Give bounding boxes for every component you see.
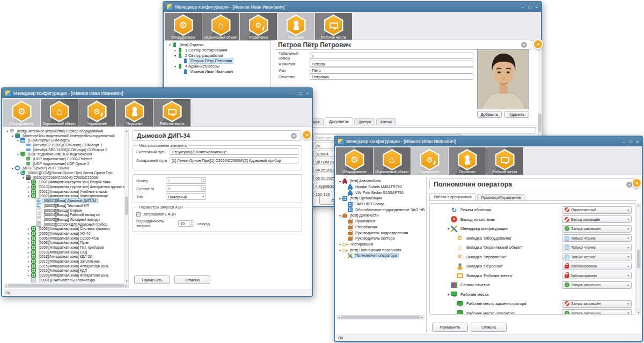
- expander-icon[interactable]: [338, 214, 342, 218]
- ribbon-tab[interactable]: Оборудование: [165, 13, 202, 40]
- expander-icon[interactable]: [446, 293, 451, 296]
- tree-item[interactable]: [0020][Аппаратная зона] Аппаратная зона: [4, 273, 125, 278]
- permission-row[interactable]: Вкладка 'Управление' Только чтение ▾: [430, 252, 635, 262]
- maximize-button[interactable]: □: [299, 91, 302, 96]
- expander-icon[interactable]: [173, 54, 178, 57]
- ribbon-tab[interactable]: Персонал: [449, 147, 486, 175]
- tree-item[interactable]: [test] Автомобили: [336, 178, 425, 184]
- permission-row[interactable]: Выход из системы Выход запрещён ▾: [430, 215, 635, 225]
- ribbon-tab[interactable]: Персонал: [277, 13, 314, 40]
- permission-row[interactable]: Вкладка 'Рабочие места' Заблокировано ▾: [430, 271, 635, 281]
- tree-item[interactable]: Обособленное подразделение ЗАО НВП Боли: [336, 207, 425, 213]
- tree-item[interactable]: [0005][Аппаратная зона] УО-4С: [4, 231, 125, 236]
- permission-value-dropdown[interactable]: Заблокировано ▾: [562, 263, 632, 270]
- tree-item[interactable]: [test][Системное устройство] Сервер обор…: [4, 129, 125, 133]
- expander-icon[interactable]: [26, 232, 31, 235]
- tree-item[interactable]: [0015][Аппаратная зона] Аппаратная зона: [4, 264, 125, 269]
- permission-row[interactable]: Рабочие места: [430, 290, 635, 300]
- tree-item[interactable]: [test] Полномочия персонала: [336, 247, 425, 253]
- expander-icon[interactable]: [26, 185, 31, 189]
- expander-icon[interactable]: [167, 43, 172, 47]
- path-input[interactable]: [1] Линия Орион Про\[1] C2000/C2000М\[2]…: [170, 157, 298, 163]
- cancel-button[interactable]: Отмена: [174, 275, 210, 284]
- ribbon-tab[interactable]: Охраняемый объект: [374, 147, 411, 175]
- back-button[interactable]: [302, 130, 312, 140]
- expander-icon[interactable]: [10, 134, 15, 138]
- tree-item[interactable]: [0007][Аппаратная группа зон] Второй эта…: [4, 180, 125, 185]
- text-input[interactable]: Петров: [310, 61, 473, 67]
- tree-item[interactable]: [0002][Аппаратная зона] Книгохранилище: [4, 194, 125, 199]
- tree-item[interactable]: [0016][Аппаратная зона] КДЛ: [4, 269, 125, 273]
- expander-icon[interactable]: [26, 250, 31, 254]
- title-bar[interactable]: Менеджер конфигурации - [Иванов Иван Ива…: [164, 2, 541, 12]
- tree-item[interactable]: Тестировщик: [336, 242, 425, 248]
- ribbon-tab[interactable]: Управление: [411, 147, 448, 175]
- path-input[interactable]: Структура\[2] Книгохранилище: [170, 148, 298, 155]
- tree-item[interactable]: [00001][C2000/C2000М] C2000/C2000М: [4, 175, 125, 180]
- expander-icon[interactable]: [26, 194, 31, 198]
- tree-item[interactable]: [/dev/ttyUSB0:19200][COM-порт] COM-порт …: [4, 147, 125, 152]
- tree-item[interactable]: [00001][COM][Линия Орион Про] Линия Орио…: [4, 170, 125, 175]
- expander-icon[interactable]: [26, 241, 31, 244]
- expander-icon[interactable]: [338, 180, 342, 183]
- tree-item[interactable]: [0012][Аппаратная зона] Затопление: [4, 259, 125, 264]
- tree-item[interactable]: [0003][Аппаратная зона] Система тушения: [4, 226, 125, 231]
- close-button[interactable]: ×: [306, 91, 309, 96]
- close-button[interactable]: ×: [535, 5, 538, 10]
- tree-item[interactable]: [UDP подключения] UDP подключения: [4, 152, 125, 156]
- tree-item[interactable]: [0006][Аппаратная зона] C2000-PGE: [4, 236, 125, 241]
- contact-id-input[interactable]: 1: [166, 185, 206, 192]
- spinner-icon[interactable]: [201, 186, 206, 191]
- ribbon-tab[interactable]: Оборудование: [3, 99, 40, 126]
- tree-item[interactable]: 2 Сектор разработки: [166, 53, 270, 58]
- tree-item[interactable]: [0011][Аппаратная зона] КДЛ-2И: [4, 255, 125, 259]
- tree-item[interactable]: [00005][Выход] Исходный выход к: [4, 217, 125, 222]
- text-input[interactable]: Петрович: [310, 73, 473, 80]
- tree-item[interactable]: [test] Отделы: [166, 42, 270, 47]
- expander-icon[interactable]: [446, 227, 451, 230]
- permission-value-dropdown[interactable]: Заблокировано ▾: [562, 272, 632, 279]
- tree-item[interactable]: [00002][C2000-КДЛ] Адресный прибор: [4, 222, 125, 227]
- tree-item[interactable]: [COM-порты] COM-порты: [4, 138, 125, 143]
- expander-icon[interactable]: [16, 152, 20, 156]
- period-input[interactable]: 10: [178, 220, 194, 227]
- apply-button[interactable]: Применить: [432, 323, 468, 332]
- expander-icon[interactable]: [338, 197, 342, 200]
- permission-value-dropdown[interactable]: Только чтение ▾: [562, 244, 632, 251]
- ribbon-tab[interactable]: Охраняемый объект: [202, 13, 239, 40]
- text-input[interactable]: Пётр: [310, 67, 473, 73]
- permission-value-dropdown[interactable]: Выход запрещён ▾: [562, 215, 632, 223]
- photo-delete-button[interactable]: Удалить: [504, 111, 529, 118]
- back-button[interactable]: [632, 178, 642, 188]
- expander-icon[interactable]: [173, 64, 178, 68]
- expander-icon[interactable]: [26, 227, 31, 230]
- ribbon-tab[interactable]: Персонал: [116, 99, 153, 126]
- ribbon-tab[interactable]: Рабочие места: [315, 13, 352, 40]
- panel-tab[interactable]: Работа с программой: [429, 193, 476, 201]
- clear-icon[interactable]: [521, 42, 527, 48]
- expander-icon[interactable]: [26, 269, 31, 272]
- back-button[interactable]: [533, 39, 543, 49]
- title-bar[interactable]: Менеджер конфигурации - [Иванов Иван Ива…: [335, 137, 642, 146]
- permission-value-dropdown[interactable]: Только чтение ▾: [562, 234, 632, 242]
- ribbon-tab[interactable]: Рабочие места: [486, 147, 523, 175]
- permission-value-dropdown[interactable]: Запуск разрешен ▾: [562, 225, 632, 233]
- tree-item[interactable]: Руководитель сектора: [336, 236, 425, 242]
- tree-item[interactable]: [Интерфейсы подключений] Интерфейсы подк…: [4, 133, 125, 138]
- tree-item[interactable]: [00001][Считыватель] Клавиатура: [4, 278, 125, 282]
- permission-value-dropdown[interactable]: Только чтение ▾: [562, 253, 632, 260]
- ribbon-tab[interactable]: Управление: [240, 13, 277, 40]
- cancel-button[interactable]: Отмена: [471, 323, 507, 332]
- ribbon-tab[interactable]: Управление: [78, 99, 115, 126]
- maximize-button[interactable]: □: [629, 139, 632, 144]
- permission-value-dropdown[interactable]: Запуск разрешен ▾: [562, 281, 632, 289]
- permission-value-dropdown[interactable]: Запуск запрещён ▾: [562, 300, 632, 308]
- tree-vscrollbar[interactable]: ▲▼: [125, 129, 129, 283]
- tree-item[interactable]: [00003][Выход] Клапан: [4, 208, 125, 213]
- permission-row[interactable]: Вкладка 'Оборудование' Только чтение ▾: [430, 234, 635, 243]
- permission-row[interactable]: Рабочее место администратора Запуск запр…: [430, 299, 635, 309]
- apply-button[interactable]: Применить: [134, 275, 170, 284]
- expander-icon[interactable]: [21, 176, 26, 180]
- ribbon-tab[interactable]: Охраняемый объект: [41, 99, 78, 126]
- permission-row[interactable]: Менеджер конфигурации Запуск разрешен ▾: [430, 224, 635, 234]
